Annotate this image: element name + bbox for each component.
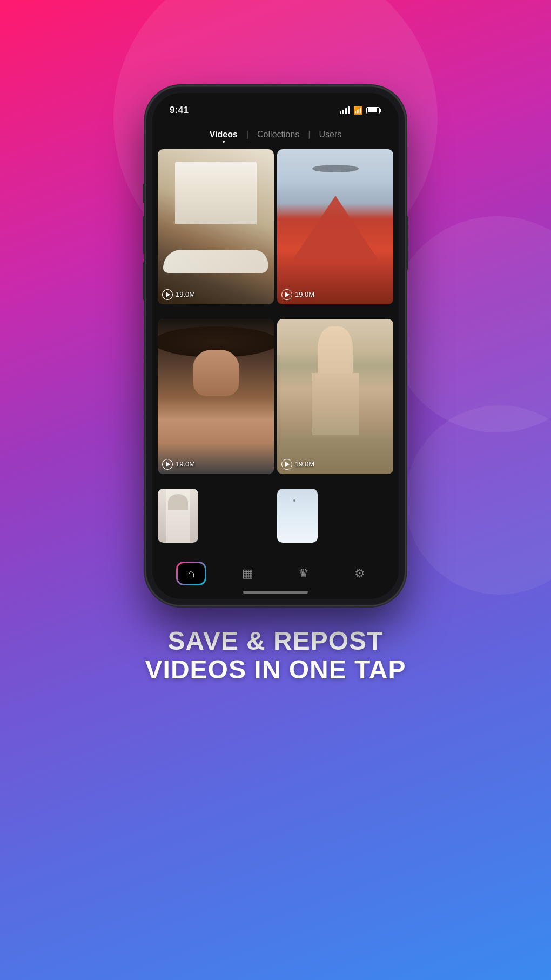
crown-icon: ♛ (298, 566, 309, 581)
phone-mockup: 9:41 📶 (146, 86, 405, 605)
view-count: 19.0M (176, 460, 195, 468)
tab-collections[interactable]: Collections (248, 126, 308, 143)
screen-content: 9:41 📶 (152, 93, 399, 599)
nav-calendar[interactable]: ▦ (232, 562, 263, 585)
bg-circle-right (389, 216, 551, 432)
status-icons: 📶 (340, 106, 381, 115)
video-card[interactable]: 19.0M (158, 149, 274, 304)
nav-settings[interactable]: ⚙ (345, 562, 375, 585)
video-stats: 19.0M (162, 289, 195, 300)
headline-line1: SAVE & REPOST (145, 627, 406, 656)
video-card[interactable]: 19.0M (277, 319, 393, 474)
status-time: 9:41 (170, 105, 189, 116)
play-icon (281, 459, 292, 470)
play-icon (281, 289, 292, 300)
bottom-navigation: ⌂ ▦ ♛ ⚙ (152, 557, 399, 588)
bg-circle-bottom-right (405, 405, 551, 595)
video-stats: 19.0M (281, 289, 314, 300)
video-card[interactable]: 19.0M (158, 319, 274, 474)
tab-navigation: Videos | Collections | Users (152, 120, 399, 149)
video-stats: 19.0M (281, 459, 314, 470)
notch (240, 93, 311, 110)
video-stats: 19.0M (162, 459, 195, 470)
volume-up-button (143, 216, 145, 254)
calendar-icon: ▦ (242, 566, 253, 581)
tab-videos[interactable]: Videos (201, 126, 246, 143)
play-icon (162, 289, 173, 300)
wifi-icon: 📶 (353, 106, 362, 115)
view-count: 19.0M (176, 290, 195, 298)
nav-home[interactable]: ⌂ (176, 562, 206, 585)
power-button (406, 216, 408, 270)
signal-icon (340, 106, 350, 114)
headline-line2: VIDEOS IN ONE TAP (145, 656, 406, 684)
video-card[interactable]: 19.0M (277, 149, 393, 304)
home-indicator (152, 591, 399, 599)
play-icon (162, 459, 173, 470)
video-grid: 19.0M 19.0M (152, 149, 399, 554)
view-count: 19.0M (295, 290, 314, 298)
video-card[interactable] (277, 489, 318, 543)
view-count: 19.0M (295, 460, 314, 468)
phone-screen: 9:41 📶 (152, 93, 399, 599)
headline-section: SAVE & REPOST VIDEOS IN ONE TAP (113, 627, 439, 684)
tab-users[interactable]: Users (310, 126, 350, 143)
settings-icon: ⚙ (354, 566, 365, 581)
volume-down-button (143, 262, 145, 300)
home-icon: ⌂ (187, 566, 194, 581)
battery-icon (366, 107, 381, 114)
video-card[interactable] (158, 489, 198, 543)
mute-button (143, 184, 145, 203)
nav-crown[interactable]: ♛ (288, 562, 319, 585)
